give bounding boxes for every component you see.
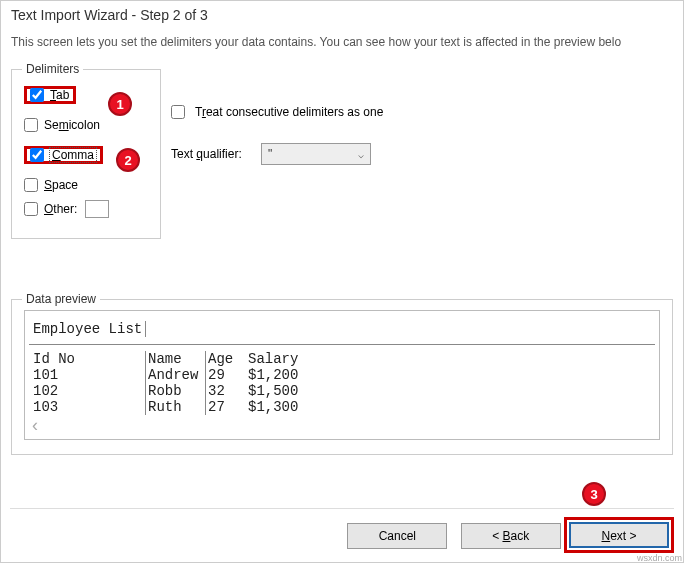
space-checkbox[interactable] [24, 178, 38, 192]
preview-cell: 102 [31, 383, 146, 399]
preview-cell: $1,300 [246, 399, 326, 415]
next-button-highlight: Next > [564, 517, 674, 553]
next-button[interactable]: Next > [569, 522, 669, 548]
qualifier-row: Text qualifier: " ⌵ [171, 143, 383, 165]
space-checkbox-row[interactable]: Space [24, 176, 148, 194]
preview-cell: 27 [206, 399, 246, 415]
badge-3: 3 [582, 482, 606, 506]
preview-cell: 29 [206, 367, 246, 383]
other-label: Other: [44, 202, 77, 216]
watermark: wsxdn.com [637, 553, 682, 563]
comma-checkbox-row[interactable]: Comma [24, 146, 103, 164]
tab-label: Tab [49, 87, 70, 103]
badge-2: 2 [116, 148, 140, 172]
preview-col-row: Id No Name Age Salary [29, 351, 655, 367]
tab-checkbox-row[interactable]: Tab [24, 86, 76, 104]
table-row: 103 Ruth 27 $1,300 [29, 399, 655, 415]
consecutive-label: Treat consecutive delimiters as one [195, 105, 383, 119]
preview-cell [326, 367, 655, 383]
data-preview-group: Data preview Employee List Id No Name Ag… [11, 299, 673, 455]
chevron-down-icon: ⌵ [358, 149, 364, 160]
preview-cell: 32 [206, 383, 246, 399]
table-row: 102 Robb 32 $1,500 [29, 383, 655, 399]
scroll-left-icon[interactable]: ‹ [32, 415, 38, 436]
qualifier-label: Text qualifier: [171, 147, 251, 161]
comma-checkbox[interactable] [30, 148, 44, 162]
preview-cell: 103 [31, 399, 146, 415]
preview-cell [326, 351, 655, 367]
other-input[interactable] [85, 200, 109, 218]
preview-cell: $1,200 [246, 367, 326, 383]
data-preview-label: Data preview [22, 292, 100, 306]
semicolon-checkbox-row[interactable]: Semicolon [24, 116, 148, 134]
space-label: Space [44, 178, 78, 192]
badge-1: 1 [108, 92, 132, 116]
qualifier-select[interactable]: " ⌵ [261, 143, 371, 165]
qualifier-value: " [268, 147, 272, 161]
cancel-button[interactable]: Cancel [347, 523, 447, 549]
preview-cell: Robb [146, 383, 206, 399]
back-button[interactable]: < Back [461, 523, 561, 549]
side-options: Treat consecutive delimiters as one Text… [171, 61, 383, 239]
comma-label: Comma [49, 147, 97, 163]
preview-cell: Id No [31, 351, 146, 367]
preview-header-row: Employee List [29, 321, 655, 345]
preview-cell: 101 [31, 367, 146, 383]
preview-cell: Salary [246, 351, 326, 367]
consecutive-row[interactable]: Treat consecutive delimiters as one [171, 101, 383, 123]
window-title: Text Import Wizard - Step 2 of 3 [1, 1, 683, 29]
preview-cell [326, 399, 655, 415]
consecutive-checkbox[interactable] [171, 105, 185, 119]
other-checkbox-row[interactable]: Other: [24, 200, 148, 218]
preview-cell: Age [206, 351, 246, 367]
data-preview-area: Employee List Id No Name Age Salary 101 [24, 310, 660, 440]
preview-cell: Andrew [146, 367, 206, 383]
table-row: 101 Andrew 29 $1,200 [29, 367, 655, 383]
delimiters-group-label: Delimiters [22, 62, 83, 76]
intro-text: This screen lets you set the delimiters … [1, 29, 683, 61]
tab-checkbox[interactable] [30, 88, 44, 102]
semicolon-label: Semicolon [44, 118, 100, 132]
preview-header-cell: Employee List [31, 321, 146, 337]
wizard-window: Text Import Wizard - Step 2 of 3 This sc… [0, 0, 684, 563]
preview-cell [326, 383, 655, 399]
preview-cell: Ruth [146, 399, 206, 415]
footer-buttons: Cancel < Back Next > [10, 508, 674, 553]
other-checkbox[interactable] [24, 202, 38, 216]
preview-cell: Name [146, 351, 206, 367]
semicolon-checkbox[interactable] [24, 118, 38, 132]
preview-cell: $1,500 [246, 383, 326, 399]
